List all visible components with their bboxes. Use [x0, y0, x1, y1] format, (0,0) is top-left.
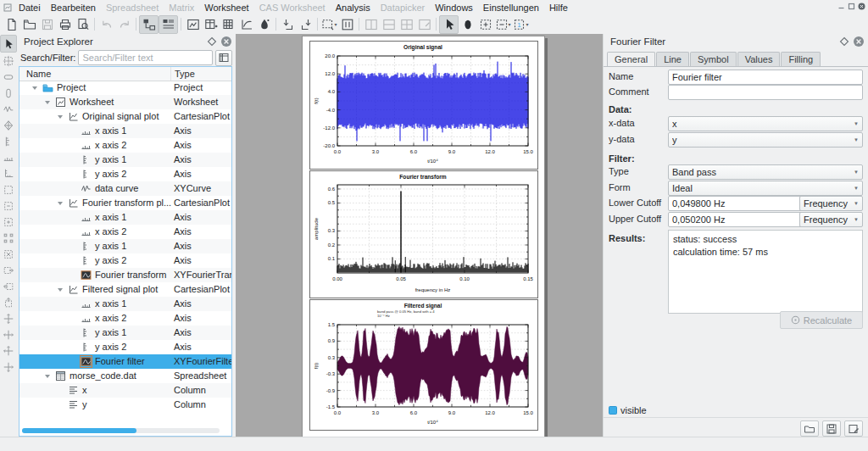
move-cross-b-button[interactable]	[1, 326, 16, 342]
float-panel-icon[interactable]	[838, 36, 850, 47]
box-arrow-right-button[interactable]	[1, 262, 16, 278]
axis-y-ticks-button[interactable]	[1, 133, 16, 149]
expander-icon[interactable]	[58, 115, 63, 119]
tree-row-y-axis-1[interactable]: y axis 1Axis	[19, 239, 231, 253]
tree-row-filtered-signal-plot[interactable]: Filtered signal plotCartesianPlot	[19, 282, 231, 297]
tree-row-x-axis-1[interactable]: x axis 1Axis	[19, 124, 231, 138]
layout-horizontal-button[interactable]	[380, 16, 398, 33]
zoom-select-button[interactable]: ▾	[320, 16, 338, 33]
upper-cutoff-unit-combobox[interactable]: Frequency▼	[799, 212, 863, 227]
menu-einstellungen[interactable]: Einstellungen	[478, 2, 544, 14]
menu-windows[interactable]: Windows	[430, 2, 478, 14]
lower-cutoff-spinbox[interactable]: 0,049800 Hz▲▼	[668, 196, 810, 211]
xdata-combobox[interactable]: x▼	[668, 116, 863, 131]
tree-row-y-axis-2[interactable]: y axis 2Axis	[19, 167, 231, 181]
box-arrow-up-button[interactable]	[1, 294, 16, 310]
tree-row-project[interactable]: ProjectProject	[19, 81, 231, 95]
close-panel-icon[interactable]	[853, 36, 865, 47]
expander-icon[interactable]	[45, 375, 50, 378]
tab-general[interactable]: General	[607, 52, 655, 67]
print-preview-button[interactable]	[74, 16, 92, 33]
float-panel-icon[interactable]	[206, 36, 218, 47]
export-corner-a-button[interactable]	[279, 16, 297, 33]
layout-grid-button[interactable]	[398, 16, 415, 33]
grid-dots-button[interactable]	[1, 230, 16, 246]
tree-row-original-signal-plot[interactable]: Original signal plotCartesianPlot	[19, 109, 231, 124]
tree-row-fourier-transform-pl-[interactable]: Fourier transform pl...CartesianPlot	[19, 196, 231, 210]
color-drop-button[interactable]	[255, 16, 273, 33]
layout-vertical-button[interactable]	[362, 16, 380, 33]
visible-checkbox[interactable]	[609, 406, 617, 415]
layout-edit-button[interactable]	[415, 16, 433, 33]
save-button[interactable]	[38, 16, 56, 33]
h-handle-button[interactable]	[1, 69, 16, 85]
recalculate-button[interactable]: Recalculate	[780, 311, 863, 329]
redo-button[interactable]	[115, 16, 133, 33]
load-settings-button[interactable]	[800, 420, 819, 437]
column-settings-button[interactable]	[215, 50, 232, 66]
expander-icon[interactable]	[45, 101, 50, 104]
name-field[interactable]	[668, 70, 863, 85]
box-x-button[interactable]	[1, 246, 16, 262]
close-panel-icon[interactable]	[220, 36, 232, 47]
zoom-dash-a-button[interactable]	[1, 181, 16, 198]
scrollbar-thumb[interactable]	[22, 428, 136, 433]
expander-icon[interactable]	[58, 288, 63, 292]
tree-row-fourier-filter[interactable]: Fourier filterXYFourierFilte...	[19, 354, 231, 369]
tree-header[interactable]: Name Type	[19, 67, 231, 81]
print-button[interactable]	[56, 16, 74, 33]
column-header-type[interactable]: Type	[170, 67, 195, 81]
export-corner-b-button[interactable]	[297, 16, 314, 33]
menu-analysis[interactable]: Analysis	[331, 2, 376, 14]
new-document-button[interactable]	[3, 16, 20, 33]
toggle-project-explorer-button[interactable]	[139, 15, 159, 34]
tree-row-worksheet[interactable]: WorksheetWorksheet	[19, 95, 231, 109]
comment-field[interactable]	[668, 85, 863, 100]
filtered-signal-plot[interactable]: 0.03.06.09.012.015.01.50.90.3-0.3-0.9-1.…	[309, 299, 538, 431]
tree-row-morse-code-dat[interactable]: morse_code.datSpreadsheet	[19, 369, 231, 383]
tree-row-y-axis-1[interactable]: y axis 1Axis	[19, 153, 231, 167]
tree-row-x-axis-2[interactable]: x axis 2Axis	[19, 225, 231, 239]
fourier-transform-plot[interactable]: 0.000.050.100.150.60.50.30.20.1Fourier t…	[309, 170, 538, 298]
tree-row-y-axis-2[interactable]: y axis 2Axis	[19, 340, 231, 354]
tab-filling[interactable]: Filling	[781, 52, 821, 67]
tree-row-x[interactable]: xColumn	[19, 383, 231, 398]
expander-icon[interactable]	[58, 202, 63, 205]
toggle-properties-explorer-button[interactable]	[159, 15, 178, 34]
tree-row-x-axis-2[interactable]: x axis 2Axis	[19, 311, 231, 326]
filter-form-combobox[interactable]: Ideal▼	[668, 181, 863, 196]
new-worksheet-button[interactable]	[184, 16, 202, 33]
column-header-name[interactable]: Name	[26, 67, 51, 81]
tab-values[interactable]: Values	[737, 52, 781, 67]
tree-row-y-axis-2[interactable]: y axis 2Axis	[19, 253, 231, 268]
cursor-select-button[interactable]	[0, 35, 17, 53]
move-cross-d-button[interactable]	[1, 359, 16, 375]
menu-hilfe[interactable]: Hilfe	[544, 2, 573, 14]
tree-row-x-axis-1[interactable]: x axis 1Axis	[19, 210, 231, 225]
tree-row-x-axis-1[interactable]: x axis 1Axis	[19, 297, 231, 311]
menu-datei[interactable]: Datei	[14, 2, 46, 14]
v-handle-button[interactable]	[1, 85, 16, 101]
preset-one-button[interactable]: 1▾	[512, 16, 530, 33]
menu-bearbeiten[interactable]: Bearbeiten	[46, 2, 101, 14]
worksheet-page[interactable]: 0.03.06.09.012.015.020.012.04.0-4.0-12.0…	[302, 36, 545, 437]
lower-cutoff-unit-combobox[interactable]: Frequency▼	[799, 196, 863, 211]
zoom-dash-b-button[interactable]	[1, 198, 16, 214]
new-plot-button[interactable]	[237, 16, 255, 33]
open-folder-button[interactable]	[20, 16, 38, 33]
tab-line[interactable]: Line	[656, 52, 689, 67]
pan-navigate-button[interactable]	[459, 16, 476, 33]
axis-corner-button[interactable]	[1, 165, 16, 181]
new-matrix-button[interactable]	[220, 16, 237, 33]
crosshair-box-button[interactable]	[1, 53, 16, 69]
zoom-dash-c-button[interactable]	[1, 214, 16, 230]
save-settings-button[interactable]	[822, 420, 841, 437]
save-as-default-button[interactable]	[844, 420, 863, 437]
tree-row-data-curve[interactable]: data curveXYCurve	[19, 181, 231, 196]
original-signal-plot[interactable]: 0.03.06.09.012.015.020.012.04.0-4.0-12.0…	[309, 41, 538, 170]
diamond-shape-button[interactable]	[1, 117, 16, 133]
upper-cutoff-spinbox[interactable]: 0,050200 Hz▲▼	[668, 212, 810, 227]
move-cross-a-button[interactable]	[1, 310, 16, 326]
tree-row-fourier-transform[interactable]: Fourier transformXYFourierTran...	[19, 268, 231, 282]
move-cross-c-button[interactable]	[1, 342, 16, 359]
